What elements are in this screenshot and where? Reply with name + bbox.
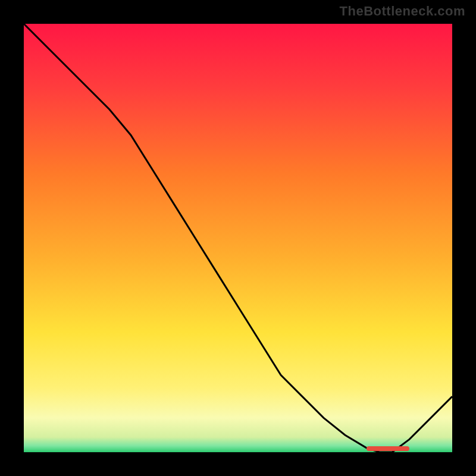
optimal-range-marker (367, 446, 409, 451)
bottleneck-chart (24, 24, 452, 452)
chart-frame: TheBottleneck.com (0, 0, 476, 476)
attribution-text: TheBottleneck.com (340, 4, 465, 19)
plot-area (24, 24, 452, 452)
